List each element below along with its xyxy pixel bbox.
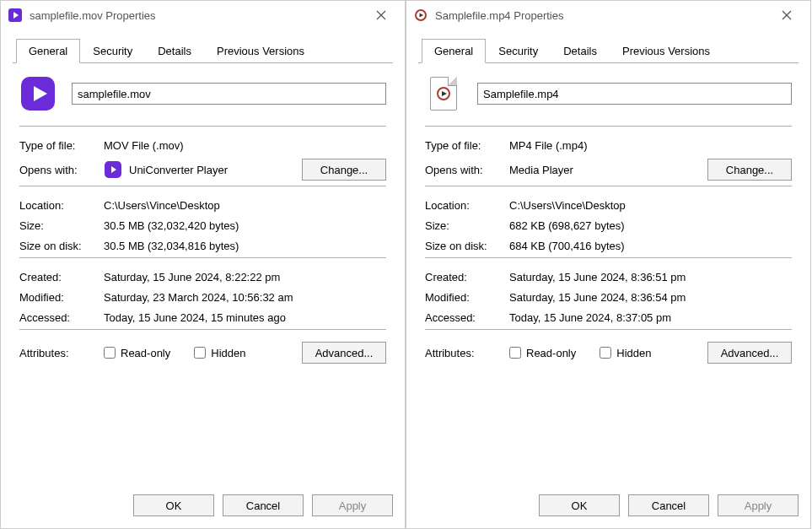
tab-details[interactable]: Details (551, 39, 610, 63)
close-icon[interactable] (366, 4, 396, 26)
filename-input[interactable] (72, 83, 386, 105)
file-type-icon (425, 75, 462, 112)
readonly-checkbox-input[interactable] (104, 347, 116, 359)
cancel-button[interactable]: Cancel (628, 494, 709, 516)
type-value: MOV File (.mov) (104, 139, 386, 152)
separator (19, 257, 386, 258)
filename-input[interactable] (477, 83, 792, 105)
svg-marker-13 (442, 91, 447, 96)
hidden-checkbox-input[interactable] (194, 347, 206, 359)
window-title: samplefile.mov Properties (30, 9, 366, 22)
opens-with-value: Media Player (509, 164, 573, 176)
readonly-checkbox[interactable]: Read-only (509, 347, 576, 359)
location-value: C:\Users\Vince\Desktop (104, 199, 386, 212)
modified-value: Saturday, 15 June 2024, 8:36:54 pm (509, 291, 792, 304)
location-label: Location: (425, 199, 509, 212)
created-label: Created: (19, 271, 104, 283)
tab-previous-versions[interactable]: Previous Versions (204, 39, 317, 63)
accessed-label: Accessed: (19, 311, 104, 324)
general-pane: Type of file:MOV File (.mov) Opens with:… (13, 63, 393, 486)
hidden-checkbox[interactable]: Hidden (194, 347, 245, 359)
accessed-value: Today, 15 June 2024, 8:37:05 pm (509, 311, 792, 324)
tab-security[interactable]: Security (80, 39, 145, 63)
separator (19, 126, 386, 127)
separator (425, 257, 792, 258)
apply-button[interactable]: Apply (718, 494, 799, 516)
tab-general[interactable]: General (16, 39, 80, 63)
ok-button[interactable]: OK (539, 494, 620, 516)
general-pane: Type of file:MP4 File (.mp4) Opens with:… (418, 63, 799, 486)
default-app-icon (104, 160, 122, 179)
app-icon (8, 8, 23, 23)
hidden-checkbox-input[interactable] (600, 347, 611, 359)
advanced-button[interactable]: Advanced... (707, 342, 792, 364)
properties-window-mov: samplefile.mov Properties General Securi… (0, 0, 406, 529)
type-label: Type of file: (425, 139, 509, 152)
type-value: MP4 File (.mp4) (509, 139, 792, 152)
readonly-label: Read-only (526, 347, 576, 359)
separator (425, 126, 792, 127)
separator (425, 329, 792, 330)
cancel-button[interactable]: Cancel (223, 494, 304, 516)
ok-button[interactable]: OK (133, 494, 214, 516)
size-on-disk-value: 30.5 MB (32,034,816 bytes) (104, 240, 386, 252)
apply-button[interactable]: Apply (312, 494, 393, 516)
content-area: General Security Details Previous Versio… (406, 30, 810, 486)
opens-with-label: Opens with: (425, 164, 509, 176)
titlebar[interactable]: Samplefile.mp4 Properties (406, 1, 810, 30)
size-on-disk-value: 684 KB (700,416 bytes) (509, 240, 792, 252)
type-label: Type of file: (19, 139, 104, 152)
opens-with-value: UniConverter Player (129, 164, 228, 176)
location-label: Location: (19, 199, 104, 212)
separator (19, 329, 386, 330)
size-value: 682 KB (698,627 bytes) (509, 219, 792, 232)
content-area: General Security Details Previous Versio… (1, 30, 405, 486)
hidden-label: Hidden (211, 347, 245, 359)
window-title: Samplefile.mp4 Properties (435, 9, 772, 22)
tab-previous-versions[interactable]: Previous Versions (610, 39, 723, 63)
size-label: Size: (19, 219, 104, 232)
readonly-checkbox-input[interactable] (509, 347, 521, 359)
tab-details[interactable]: Details (145, 39, 204, 63)
separator (425, 186, 792, 186)
modified-value: Saturday, 23 March 2024, 10:56:32 am (104, 291, 386, 304)
close-icon[interactable] (772, 4, 802, 26)
size-on-disk-label: Size on disk: (425, 240, 509, 252)
change-button[interactable]: Change... (707, 159, 792, 181)
advanced-button[interactable]: Advanced... (302, 342, 386, 364)
dialog-footer: OK Cancel Apply (406, 486, 810, 528)
tab-general[interactable]: General (422, 39, 486, 63)
opens-with-label: Opens with: (19, 164, 104, 176)
created-value: Saturday, 15 June 2024, 8:36:51 pm (509, 271, 792, 283)
dialog-footer: OK Cancel Apply (1, 486, 405, 528)
size-value: 30.5 MB (32,032,420 bytes) (104, 219, 386, 232)
modified-label: Modified: (425, 291, 509, 304)
readonly-checkbox[interactable]: Read-only (104, 347, 170, 359)
file-type-icon (19, 75, 56, 112)
properties-window-mp4: Samplefile.mp4 Properties General Securi… (406, 0, 811, 529)
size-label: Size: (425, 219, 509, 232)
app-icon (413, 8, 428, 23)
titlebar[interactable]: samplefile.mov Properties (1, 1, 405, 30)
svg-marker-9 (420, 13, 424, 18)
change-button[interactable]: Change... (302, 159, 386, 181)
modified-label: Modified: (19, 291, 104, 304)
created-value: Saturday, 15 June 2024, 8:22:22 pm (104, 271, 386, 283)
size-on-disk-label: Size on disk: (19, 240, 104, 252)
accessed-label: Accessed: (425, 311, 509, 324)
tab-strip: General Security Details Previous Versio… (13, 38, 393, 63)
tab-security[interactable]: Security (486, 39, 551, 63)
accessed-value: Today, 15 June 2024, 15 minutes ago (104, 311, 386, 324)
separator (19, 186, 386, 186)
location-value: C:\Users\Vince\Desktop (509, 199, 792, 212)
created-label: Created: (425, 271, 509, 283)
hidden-label: Hidden (616, 347, 651, 359)
attributes-label: Attributes: (425, 347, 509, 359)
tab-strip: General Security Details Previous Versio… (418, 38, 799, 63)
readonly-label: Read-only (121, 347, 170, 359)
attributes-label: Attributes: (19, 347, 104, 359)
hidden-checkbox[interactable]: Hidden (600, 347, 651, 359)
